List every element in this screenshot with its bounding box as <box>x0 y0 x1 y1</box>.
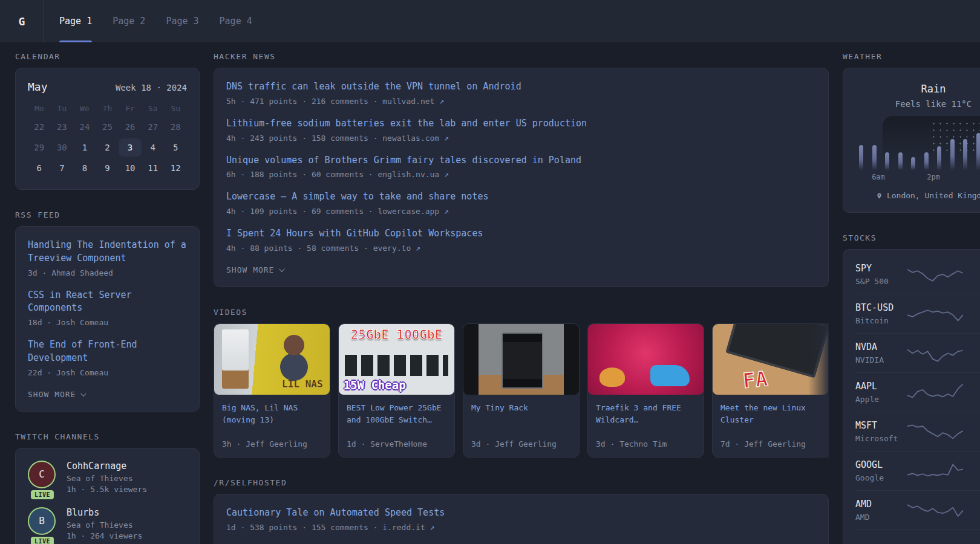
stock-sparkline <box>907 342 963 364</box>
thumbnail-caption: FA <box>742 366 769 393</box>
external-link-icon[interactable]: ↗ <box>444 207 449 216</box>
video-thumbnail[interactable] <box>463 324 579 395</box>
video-title-link[interactable]: Traefik 3 and FREE Wildcard… <box>596 402 696 439</box>
rss-widget: Handling The Indentation of a Treeview C… <box>15 226 200 412</box>
video-title-link[interactable]: Big NAS, Lil NAS (moving 13) <box>222 402 322 439</box>
twitch-channel-blurbs[interactable]: B LIVE Blurbs Sea of Thieves 1h · 264 vi… <box>28 507 187 540</box>
stock-change: +6.87% <box>963 381 980 392</box>
external-link-icon[interactable]: ↗ <box>444 170 449 179</box>
stock-row-aapl[interactable]: AAPLApple +6.87%$184.91 <box>855 372 980 412</box>
calendar-day: 4 <box>142 138 165 157</box>
twitch-widget: C LIVE CohhCarnage Sea of Thieves 1h · 5… <box>15 448 200 544</box>
external-link-icon[interactable]: ↗ <box>444 134 449 143</box>
stock-price: $61,725.48 <box>963 316 980 325</box>
calendar-day: 28 <box>164 118 187 136</box>
weather-bar <box>937 146 941 170</box>
tab-page-1[interactable]: Page 1 <box>59 0 92 42</box>
weather-time-label: 6am <box>872 173 885 181</box>
rss-item-link[interactable]: CSS in React Server Components <box>28 289 187 316</box>
video-card[interactable]: LIL NAS Big NAS, Lil NAS (moving 13) 3h … <box>214 323 330 458</box>
rss-item-link[interactable]: The End of Front-End Development <box>28 338 187 365</box>
weekday-label: Fr <box>119 104 142 113</box>
stock-name: S&P 500 <box>855 277 907 286</box>
hn-item-link[interactable]: DNS traffic can leak outside the VPN tun… <box>226 80 816 94</box>
channel-game: Sea of Thieves <box>67 474 147 483</box>
video-meta: 3d · Techno Tim <box>596 439 696 448</box>
hn-item: I Spent 24 Hours with GitHub Copilot Wor… <box>226 227 816 253</box>
video-card[interactable]: 25GbE 100GbE 15W Cheap BEST Low Power 25… <box>338 323 455 458</box>
channel-name[interactable]: CohhCarnage <box>67 461 147 471</box>
stock-row-msft[interactable]: MSFTMicrosoft +2.16%$406.43 <box>855 412 980 451</box>
stock-row-rddt[interactable]: RDDT -1.65% <box>855 529 980 544</box>
thumbnail-caption: LIL NAS <box>282 378 322 390</box>
weather-bar <box>885 152 889 170</box>
tab-page-4[interactable]: Page 4 <box>220 0 252 42</box>
rss-show-more-button[interactable]: SHOW MORE <box>28 390 85 399</box>
app-logo[interactable]: G <box>0 0 44 42</box>
thumbnail-caption: 15W Cheap <box>344 378 406 392</box>
stock-sparkline <box>907 499 963 522</box>
stock-change: +2.94% <box>963 499 980 510</box>
tab-page-2[interactable]: Page 2 <box>113 0 145 42</box>
calendar-day: 7 <box>51 159 74 177</box>
hn-item-link[interactable]: Lithium-free sodium batteries exit the l… <box>226 117 816 131</box>
twitch-channel-cohhcarnage[interactable]: C LIVE CohhCarnage Sea of Thieves 1h · 5… <box>28 461 187 494</box>
hn-item-meta: 4h · 88 points · 58 comments · every.to … <box>226 244 816 253</box>
video-title-link[interactable]: BEST Low Power 25GbE and 100GbE Switch… <box>347 402 446 439</box>
twitch-section-label: TWITCH CHANNELS <box>15 432 200 441</box>
video-card[interactable]: Traefik 3 and FREE Wildcard… 3d · Techno… <box>587 323 704 458</box>
rss-item-link[interactable]: Handling The Indentation of a Treeview C… <box>28 239 187 265</box>
live-badge: LIVE <box>31 537 54 544</box>
rss-section-label: RSS FEED <box>15 210 200 219</box>
channel-meta: 1h · 264 viewers <box>67 531 142 540</box>
video-card[interactable]: My Tiny Rack 3d · Jeff Geerling <box>463 323 580 458</box>
rss-item-meta: 18d · Josh Comeau <box>28 318 187 327</box>
weather-time-labels: 6am2pm10pm <box>859 173 980 183</box>
video-title-link[interactable]: Meet the new Linux Cluster <box>720 402 820 439</box>
calendar-day: 26 <box>119 118 142 136</box>
live-badge: LIVE <box>31 490 54 499</box>
stock-sparkline <box>907 263 963 286</box>
weather-section-label: WEATHER <box>843 52 980 61</box>
hn-item-link[interactable]: Lowercase – A simple way to take and sha… <box>226 190 816 204</box>
video-thumbnail[interactable] <box>588 324 704 395</box>
stock-row-spy[interactable]: SPYS&P 500 +1.29%$511.57 <box>855 262 980 294</box>
video-meta: 3d · Jeff Geerling <box>471 439 571 448</box>
external-link-icon[interactable]: ↗ <box>439 97 444 106</box>
weekday-label: Mo <box>28 104 51 113</box>
video-title-link[interactable]: My Tiny Rack <box>471 402 571 439</box>
channel-name[interactable]: Blurbs <box>67 507 142 518</box>
stock-row-googl[interactable]: GOOGLGoogle +0.10%$166.78 <box>855 451 980 490</box>
weather-section: WEATHER Rain Feels like 11°C 12° 6am2pm1… <box>843 52 980 213</box>
avatar: C <box>28 461 56 488</box>
external-link-icon[interactable]: ↗ <box>416 244 420 253</box>
reddit-item-link[interactable]: Cautionary Tale on Automated Speed Tests <box>226 507 816 520</box>
stock-symbol: NVDA <box>855 342 907 352</box>
video-thumbnail[interactable]: LIL NAS <box>214 324 330 395</box>
hackernews-widget: DNS traffic can leak outside the VPN tun… <box>214 68 829 287</box>
hn-meta-text: 6h · 188 points · 60 comments · english.… <box>226 170 439 179</box>
stock-row-nvda[interactable]: NVDANVIDIA +3.52%$888.40 <box>855 333 980 372</box>
stock-symbol: SPY <box>855 263 907 274</box>
hn-item-link[interactable]: Unique volumes of Brothers Grimm fairy t… <box>226 154 816 167</box>
video-thumbnail[interactable]: 25GbE 100GbE 15W Cheap <box>339 324 454 395</box>
calendar-grid: 222324252627282930123456789101112 <box>28 118 187 177</box>
calendar-day: 24 <box>73 118 96 136</box>
rss-section: RSS FEED Handling The Indentation of a T… <box>15 210 200 412</box>
video-card[interactable]: FA Meet the new Linux Cluster 7d · Jeff … <box>712 323 829 458</box>
hn-item: Lithium-free sodium batteries exit the l… <box>226 117 816 143</box>
video-thumbnail[interactable]: FA <box>713 324 828 395</box>
stock-name: NVIDIA <box>855 355 907 364</box>
dashboard: CALENDAR May Week 18 · 2024 MoTuWeThFrSa… <box>0 42 980 544</box>
stock-row-btc-usd[interactable]: BTC-USDBitcoin +4.40%$61,725.48 <box>855 294 980 333</box>
tab-page-3[interactable]: Page 3 <box>166 0 198 42</box>
stock-row-amd[interactable]: AMDAMD +2.94%$150.45 <box>855 490 980 529</box>
hn-item-link[interactable]: I Spent 24 Hours with GitHub Copilot Wor… <box>226 227 816 241</box>
stock-price: $166.78 <box>963 473 980 482</box>
middle-column: HACKER NEWS DNS traffic can leak outside… <box>214 52 829 544</box>
hn-show-more-button[interactable]: SHOW MORE <box>226 265 283 274</box>
hn-meta-text: 4h · 109 points · 69 comments · lowercas… <box>226 207 439 216</box>
stock-price: $184.91 <box>963 395 980 404</box>
weather-condition: Rain <box>859 83 980 95</box>
external-link-icon[interactable]: ↗ <box>430 523 435 532</box>
